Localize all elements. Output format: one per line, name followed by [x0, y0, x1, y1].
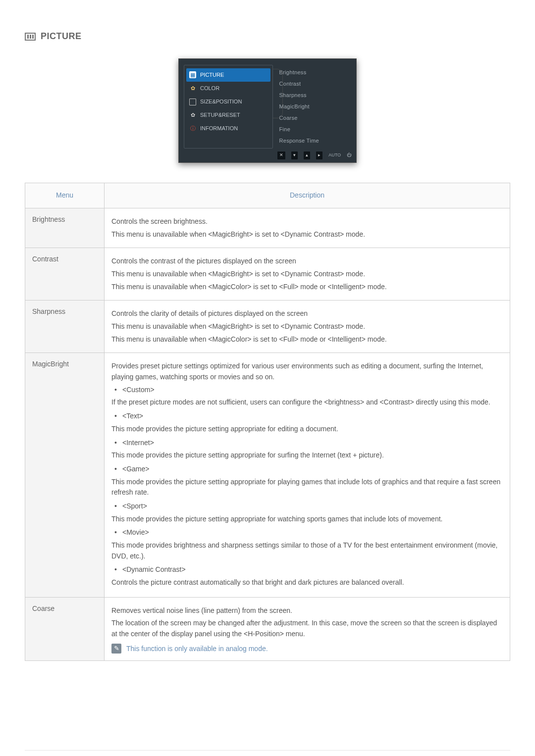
- col-header-description: Description: [105, 183, 510, 208]
- osd-right-list: Brightness Contrast Sharpness MagicBrigh…: [278, 65, 351, 149]
- table-row: Contrast Controls the contrast of the pi…: [25, 248, 510, 301]
- menu-description: Controls the clarity of details of pictu…: [105, 301, 510, 353]
- menu-name: MagicBright: [25, 353, 105, 597]
- page-footer: Using the product 3-5: [25, 750, 510, 756]
- menu-name: Coarse: [25, 597, 105, 660]
- table-row: Brightness Controls the screen brightnes…: [25, 208, 510, 248]
- table-row: MagicBright Provides preset picture sett…: [25, 353, 510, 597]
- col-header-menu: Menu: [25, 183, 105, 208]
- menu-description: Provides preset picture settings optimiz…: [105, 353, 510, 597]
- section-title: PICTURE: [41, 30, 82, 44]
- menu-name: Contrast: [25, 248, 105, 301]
- table-row: Coarse Removes vertical noise lines (lin…: [25, 597, 510, 660]
- note-text: This function is only available in analo…: [126, 644, 268, 655]
- menu-description: Controls the contrast of the pictures di…: [105, 248, 510, 301]
- section-header: PICTURE: [25, 30, 510, 44]
- menu-description: Removes vertical noise lines (line patte…: [105, 597, 510, 660]
- menu-description: Controls the screen brightness. This men…: [105, 208, 510, 248]
- table-row: Sharpness Controls the clarity of detail…: [25, 301, 510, 353]
- osd-footer: ✕ ▾ ▴ ▸ AUTO ⏻: [277, 151, 351, 159]
- menu-name: Sharpness: [25, 301, 105, 353]
- note-icon: ✎: [111, 644, 121, 654]
- osd-left-menu: ▦PICTURE ✿COLOR SIZE&POSITION ✿SETUP&RES…: [184, 65, 273, 149]
- osd-screenshot: ▦PICTURE ✿COLOR SIZE&POSITION ✿SETUP&RES…: [25, 58, 510, 163]
- picture-icon: [25, 33, 36, 41]
- menu-table: Menu Description Brightness Controls the…: [25, 183, 510, 660]
- menu-name: Brightness: [25, 208, 105, 248]
